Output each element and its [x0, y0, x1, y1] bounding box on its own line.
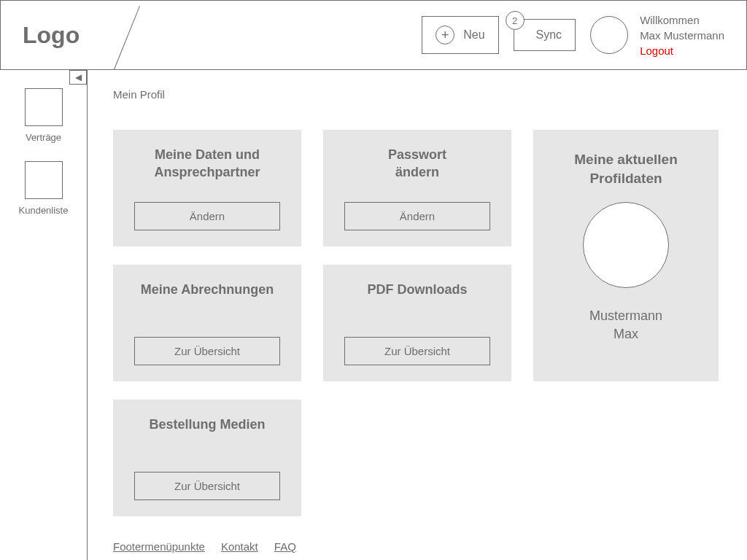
logo-area: Logo: [1, 1, 147, 69]
welcome-text: Willkommen: [640, 12, 724, 28]
profile-avatar: [583, 202, 669, 288]
card-abrechnungen: Meine Abrechnungen Zur Übersicht: [113, 265, 301, 381]
card-title: Bestellung Medien: [128, 416, 287, 433]
card-passwort: Passwortändern Ändern: [323, 130, 511, 246]
user-area: Willkommen Max Mustermann Logout: [590, 12, 724, 58]
sidebar-item-label: Verträge: [26, 132, 61, 143]
sync-badge: 2: [506, 11, 525, 30]
new-button[interactable]: + Neu: [422, 16, 498, 54]
card-title: Passwortändern: [338, 146, 497, 182]
uebersicht-button[interactable]: Zur Übersicht: [134, 472, 280, 500]
footer: Footermenüpunkte Kontakt FAQ: [113, 540, 296, 553]
aendern-button[interactable]: Ändern: [134, 202, 280, 230]
footer-faq-link[interactable]: FAQ: [274, 540, 296, 553]
sidebar-item-kundenliste[interactable]: Kundenliste: [0, 161, 87, 216]
sidebar: ◀ Verträge Kundenliste: [0, 70, 88, 560]
footer-menu-link[interactable]: Footermenüpunkte: [113, 540, 205, 553]
sync-label: Sync: [536, 28, 562, 41]
card-title: PDF Downloads: [338, 281, 497, 298]
main-content: Mein Profil Meine Daten und Ansprechpart…: [88, 70, 747, 560]
new-label: Neu: [463, 28, 484, 42]
card-meine-daten: Meine Daten und Ansprechpartner Ändern: [113, 130, 301, 246]
profile-card: Meine aktuellen Profildaten Mustermann M…: [533, 130, 719, 381]
uebersicht-button[interactable]: Zur Übersicht: [134, 337, 280, 365]
kundenliste-icon: [25, 161, 63, 199]
page-title: Mein Profil: [113, 88, 721, 101]
profile-name: Mustermann Max: [548, 307, 704, 343]
vertraege-icon: [25, 88, 63, 126]
plus-icon: +: [436, 26, 454, 44]
sidebar-item-label: Kundenliste: [19, 205, 69, 216]
logout-link[interactable]: Logout: [640, 43, 724, 58]
sidebar-item-vertraege[interactable]: Verträge: [0, 88, 87, 143]
profile-title: Meine aktuellen Profildaten: [548, 150, 704, 187]
card-pdf: PDF Downloads Zur Übersicht: [323, 265, 511, 381]
sync-button[interactable]: 2 Sync: [514, 19, 576, 51]
collapse-icon[interactable]: ◀: [69, 70, 87, 85]
card-title: Meine Daten und Ansprechpartner: [128, 146, 287, 182]
logo: Logo: [23, 22, 80, 49]
header-right: + Neu 2 Sync Willkommen Max Mustermann L…: [422, 12, 746, 58]
user-text: Willkommen Max Mustermann Logout: [640, 12, 724, 58]
card-bestellung: Bestellung Medien Zur Übersicht: [113, 400, 301, 516]
card-title: Meine Abrechnungen: [128, 281, 287, 298]
footer-kontakt-link[interactable]: Kontakt: [221, 540, 258, 553]
avatar[interactable]: [590, 16, 628, 54]
username: Max Mustermann: [640, 28, 724, 43]
header: Logo + Neu 2 Sync Willkommen Max Musterm…: [0, 0, 747, 70]
aendern-button[interactable]: Ändern: [344, 202, 490, 230]
uebersicht-button[interactable]: Zur Übersicht: [344, 337, 490, 365]
